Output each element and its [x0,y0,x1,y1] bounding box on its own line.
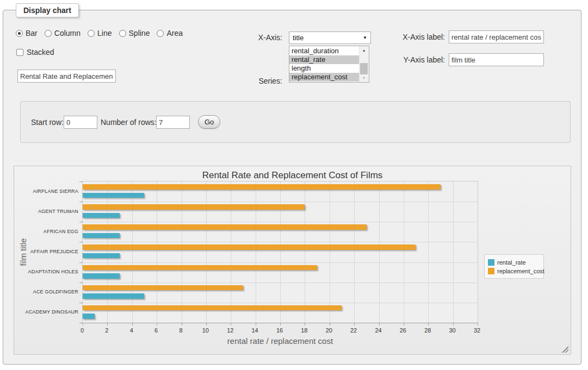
chart-type-radio-spline[interactable] [119,30,126,37]
chart-type-radio-area[interactable] [157,30,164,37]
chart-type-option-spline[interactable]: Spline [119,29,150,37]
y-axis-tick [79,323,83,323]
bar-replacement_cost[interactable] [83,184,441,190]
bar-rental_rate[interactable] [83,193,144,198]
gridline [83,283,478,283]
chart-title-input[interactable] [17,70,116,83]
chart-type-radio-bar[interactable] [16,30,23,37]
chart-type-option-area[interactable]: Area [157,29,183,37]
stacked-checkbox[interactable] [16,49,23,56]
series-scrollbar[interactable]: ▲ ▼ [359,46,369,82]
chart-type-option-line[interactable]: Line [88,29,112,37]
y-axis-label-input[interactable] [449,53,544,66]
chart-type-label: Spline [129,29,150,37]
gridline [83,222,478,222]
scroll-up-icon[interactable]: ▲ [360,46,368,54]
x-axis-tick [379,323,380,325]
start-row-input[interactable] [64,116,97,129]
gridline [330,181,330,323]
chart-type-label: Bar [26,29,38,37]
x-axis-title: rental rate / replacement cost [82,336,478,346]
x-axis-tick [83,323,83,325]
display-chart-panel: Display chart BarColumnLineSplineArea St… [3,10,581,365]
number-of-rows-input[interactable] [156,116,190,129]
x-axis-select[interactable]: title ▼ [289,32,371,44]
x-tick-label: 2 [98,327,115,334]
gridline [354,181,355,323]
gridline [157,181,157,323]
bar-replacement_cost[interactable] [83,204,305,210]
series-option-rental_duration[interactable]: rental_duration [289,47,360,55]
resize-handle[interactable] [562,346,568,353]
x-axis-selected-value: title [293,34,304,42]
gridline [305,181,305,323]
bar-replacement_cost[interactable] [83,305,342,311]
legend-item-replacement_cost[interactable]: replacement_cost [488,267,541,275]
bar-replacement_cost[interactable] [83,224,367,230]
bar-replacement_cost[interactable] [83,244,416,250]
x-axis-tick [231,323,231,325]
gridline [453,181,454,323]
page: Display chart BarColumnLineSplineArea St… [0,0,588,370]
chart-type-label: Area [166,29,183,37]
series-label: Series: [258,77,282,85]
gridline [83,202,478,202]
bar-rental_rate[interactable] [83,273,120,279]
chart-type-radio-line[interactable] [88,30,95,37]
gridline [231,181,231,323]
scrollbar-thumb[interactable] [360,63,368,74]
x-tick-label: 22 [345,327,362,334]
x-tick-label: 0 [74,327,90,334]
gridline [83,303,478,303]
x-axis-tick [107,323,108,325]
x-axis-tick [330,323,330,325]
x-tick-label: 18 [296,327,312,334]
scroll-down-icon[interactable]: ▼ [360,74,368,82]
bar-replacement_cost[interactable] [83,265,317,271]
chart-type-label: Column [54,29,81,37]
x-tick-label: 8 [173,327,189,334]
legend-item-rental_rate[interactable]: rental_rate [488,258,541,266]
legend-swatch-replacement_cost [488,268,494,274]
chart-type-option-bar[interactable]: Bar [16,29,38,37]
x-axis-tick [354,323,355,325]
y-axis-tick [79,222,83,222]
category-label: ACE GOLDFINGER [18,289,78,295]
chart-type-radio-column[interactable] [45,30,52,37]
bar-rental_rate[interactable] [83,233,120,239]
gridline [256,181,256,323]
gridline [428,181,429,323]
go-button[interactable]: Go [198,115,220,129]
y-axis-tick [79,283,83,283]
x-tick-label: 32 [469,327,485,334]
series-option-length[interactable]: length [289,64,360,73]
category-label: AFFAIR PREJUDICE [18,249,78,255]
x-tick-label: 16 [271,327,288,334]
series-option-rental_rate[interactable]: rental_rate [289,55,360,64]
chevron-down-icon: ▼ [363,36,367,40]
stacked-option[interactable]: Stacked [16,48,54,57]
bar-rental_rate[interactable] [83,313,95,319]
chart-legend: rental_ratereplacement_cost [484,254,544,279]
x-axis-tick [428,323,429,325]
x-tick-label: 20 [321,327,337,334]
legend-label: replacement_cost [497,268,544,274]
bar-replacement_cost[interactable] [83,285,243,291]
bar-rental_rate[interactable] [83,293,144,299]
chart-type-option-column[interactable]: Column [45,29,81,37]
x-tick-label: 28 [419,327,436,334]
series-option-replacement_cost[interactable]: replacement_cost [289,73,360,81]
bar-rental_rate[interactable] [83,213,120,218]
gridline [107,181,108,323]
x-axis-label-input[interactable] [449,30,544,43]
y-axis-tick [79,242,83,242]
rows-panel: Start row: Number of rows: Go [20,101,571,143]
gridline [83,242,478,242]
category-label: ACADEMY DINOSAUR [18,309,78,315]
bar-rental_rate[interactable] [83,253,120,259]
series-listbox[interactable]: rental_durationrental_ratelengthreplacem… [289,46,369,83]
chart-type-label: Line [97,29,112,37]
panel-title: Display chart [16,3,79,17]
category-label: AFRICAN EGG [18,229,78,235]
gridline [404,181,404,323]
